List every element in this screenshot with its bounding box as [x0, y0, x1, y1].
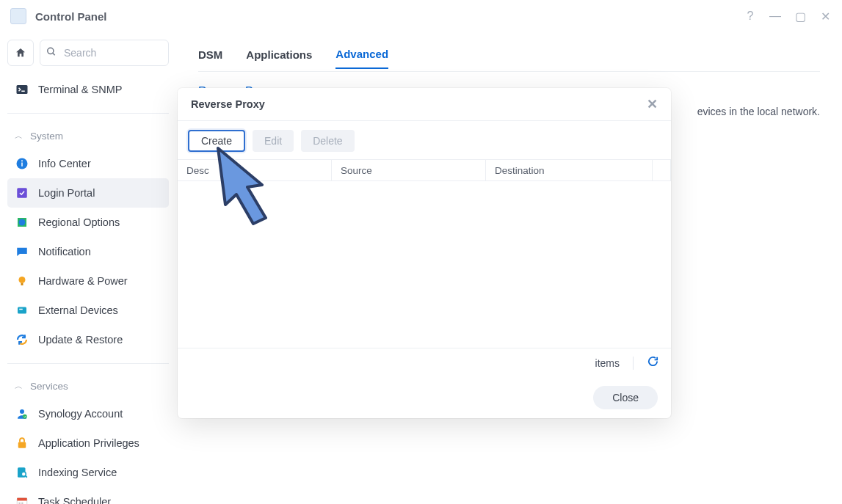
search-doc-icon: [15, 465, 29, 480]
close-button[interactable]: Close: [593, 386, 658, 409]
app-icon: [10, 8, 26, 24]
delete-button[interactable]: Delete: [301, 130, 354, 152]
dialog-header: Reverse Proxy ✕: [178, 88, 671, 120]
sidebar-item-label: Indexing Service: [38, 467, 117, 478]
user-icon: [15, 406, 29, 421]
separator: [7, 113, 169, 114]
sidebar-item-login-portal[interactable]: Login Portal: [7, 178, 169, 208]
calendar-icon: [15, 494, 29, 504]
svg-line-17: [26, 476, 27, 478]
search-input[interactable]: [40, 40, 169, 66]
search-field[interactable]: [40, 40, 169, 66]
refresh-icon[interactable]: [647, 355, 659, 371]
svg-point-13: [23, 414, 27, 419]
sidebar-item-label: Info Center: [38, 158, 91, 169]
sidebar-item-indexing-service[interactable]: Indexing Service: [7, 458, 169, 487]
table-header: Desc Source Destination: [178, 159, 671, 181]
sidebar-item-application-privileges[interactable]: Application Privileges: [7, 428, 169, 458]
titlebar: Control Panel ? — ▢ ✕: [0, 0, 842, 32]
svg-rect-14: [18, 442, 26, 448]
svg-rect-2: [17, 85, 28, 94]
sidebar-item-regional-options[interactable]: Regional Options: [7, 208, 169, 237]
portal-icon: [15, 186, 29, 200]
svg-point-0: [48, 48, 54, 54]
svg-rect-6: [17, 188, 27, 198]
refresh-icon: [15, 332, 29, 347]
search-icon: [46, 47, 57, 59]
chevron-up-icon: ︿: [15, 131, 23, 142]
reverse-proxy-dialog: Reverse Proxy ✕ Create Edit Delete Desc …: [178, 88, 671, 418]
terminal-icon: [15, 82, 29, 97]
svg-point-8: [19, 277, 26, 283]
separator: [7, 363, 169, 364]
sidebar-item-synology-account[interactable]: Synology Account: [7, 399, 169, 428]
table-body: [178, 181, 671, 348]
help-icon[interactable]: ?: [744, 10, 757, 23]
sidebar-item-label: Update & Restore: [38, 334, 123, 346]
minimize-icon[interactable]: —: [769, 10, 782, 23]
sidebar-item-label: Login Portal: [38, 187, 95, 199]
column-spacer: [653, 160, 671, 180]
group-label: Services: [30, 381, 68, 392]
tab-applications[interactable]: Applications: [246, 48, 312, 68]
sidebar-item-label: Application Privileges: [38, 437, 139, 449]
sidebar-item-label: Regional Options: [38, 216, 120, 228]
svg-rect-9: [21, 283, 23, 285]
window-title: Control Panel: [35, 10, 107, 23]
dialog-close-icon[interactable]: ✕: [647, 96, 658, 112]
sidebar-item-label: Notification: [38, 246, 91, 258]
create-button[interactable]: Create: [188, 130, 245, 152]
chat-icon: [15, 244, 29, 259]
dialog-toolbar: Create Edit Delete: [178, 121, 671, 159]
sidebar-item-info-center[interactable]: Info Center: [7, 149, 169, 178]
tab-dsm[interactable]: DSM: [198, 48, 222, 68]
svg-point-7: [19, 219, 26, 226]
sidebar: Terminal & SNMP ︿ System Info Center Log…: [0, 32, 176, 504]
svg-line-1: [53, 53, 55, 55]
sidebar-item-notification[interactable]: Notification: [7, 237, 169, 266]
dialog-footer: Close: [178, 377, 671, 418]
tab-advanced[interactable]: Advanced: [335, 48, 388, 69]
svg-rect-19: [17, 498, 27, 501]
maximize-icon[interactable]: ▢: [794, 10, 807, 23]
svg-rect-11: [19, 309, 23, 310]
dialog-statusbar: items: [178, 348, 671, 377]
close-window-icon[interactable]: ✕: [819, 10, 832, 23]
column-source[interactable]: Source: [332, 160, 486, 180]
device-icon: [15, 303, 29, 318]
globe-icon: [15, 215, 29, 230]
sidebar-item-label: External Devices: [38, 304, 118, 316]
info-icon: [15, 156, 29, 171]
chevron-up-icon: ︿: [15, 381, 23, 392]
sidebar-item-update-restore[interactable]: Update & Restore: [7, 325, 169, 354]
group-label: System: [30, 131, 63, 142]
sidebar-item-task-scheduler[interactable]: Task Scheduler: [7, 487, 169, 504]
svg-point-12: [20, 409, 24, 414]
svg-point-5: [21, 160, 23, 161]
column-destination[interactable]: Destination: [486, 160, 653, 180]
sidebar-item-label: Terminal & SNMP: [38, 84, 122, 95]
sidebar-item-label: Synology Account: [38, 408, 123, 420]
sidebar-item-external-devices[interactable]: External Devices: [7, 296, 169, 325]
sidebar-group-system[interactable]: ︿ System: [7, 123, 169, 149]
sidebar-group-services[interactable]: ︿ Services: [7, 373, 169, 399]
sidebar-item-hardware-power[interactable]: Hardware & Power: [7, 266, 169, 296]
svg-rect-4: [21, 163, 23, 167]
sidebar-item-terminal-snmp[interactable]: Terminal & SNMP: [7, 75, 169, 104]
tab-bar: DSM Applications Advanced: [198, 45, 820, 72]
sidebar-item-label: Hardware & Power: [38, 275, 128, 287]
svg-point-16: [21, 472, 26, 476]
dialog-title: Reverse Proxy: [191, 98, 265, 110]
svg-rect-10: [18, 307, 26, 314]
items-label: items: [595, 357, 620, 369]
home-button[interactable]: [7, 40, 34, 66]
column-description[interactable]: Desc: [178, 160, 332, 180]
bulb-icon: [15, 274, 29, 288]
edit-button[interactable]: Edit: [253, 130, 294, 152]
sidebar-item-label: Task Scheduler: [38, 496, 111, 504]
lock-icon: [15, 436, 29, 450]
